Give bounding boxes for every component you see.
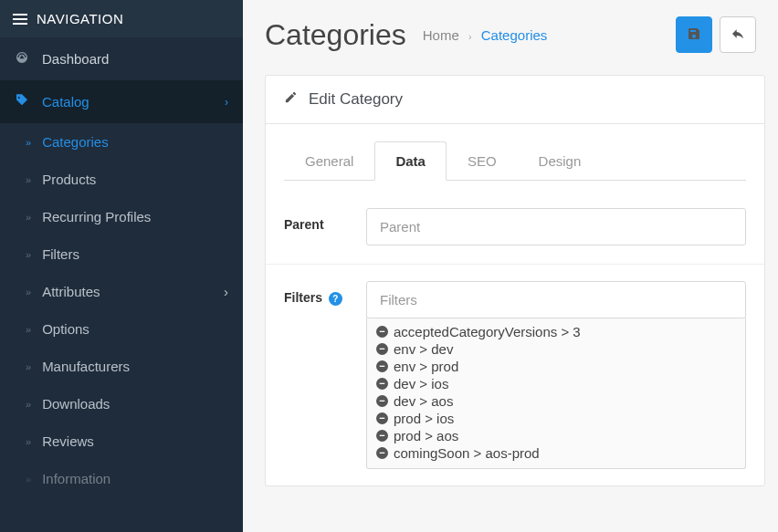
sidebar-subitem-label: Filters <box>42 246 79 262</box>
sidebar: NAVIGATION Dashboard Catalog › » Categor… <box>0 0 243 532</box>
filter-tag[interactable]: −env > dev <box>374 340 741 358</box>
dashboard-icon <box>15 50 29 68</box>
parent-row: Parent <box>284 208 746 245</box>
sidebar-subitem-categories[interactable]: » Categories <box>0 123 243 161</box>
double-chevron-icon: » <box>26 287 31 297</box>
sidebar-subitem-label: Options <box>42 321 89 337</box>
double-chevron-icon: » <box>26 399 31 410</box>
catalog-sublist: » Categories » Products » Recurring Prof… <box>0 123 243 497</box>
minus-circle-icon: − <box>376 378 388 390</box>
filter-tag[interactable]: −dev > aos <box>374 392 741 410</box>
minus-circle-icon: − <box>376 395 388 407</box>
sidebar-item-dashboard[interactable]: Dashboard <box>0 37 243 80</box>
save-icon <box>687 26 701 44</box>
row-separator <box>266 264 764 265</box>
double-chevron-icon: » <box>26 174 31 185</box>
sidebar-item-label: Dashboard <box>42 51 109 67</box>
header-actions <box>676 16 756 53</box>
back-button[interactable] <box>720 16 756 53</box>
sidebar-subitem-manufacturers[interactable]: » Manufacturers <box>0 348 243 385</box>
tag-icon <box>15 93 29 110</box>
breadcrumb-home[interactable]: Home <box>423 27 459 43</box>
hamburger-icon[interactable] <box>13 14 27 25</box>
filters-row: Filters ? −acceptedCategoryVersions > 3 … <box>284 281 746 469</box>
minus-circle-icon: − <box>376 343 388 355</box>
filter-tag[interactable]: −comingSoon > aos-prod <box>374 444 741 462</box>
breadcrumb-current[interactable]: Categories <box>481 27 548 43</box>
minus-circle-icon: − <box>376 447 388 459</box>
filter-tag[interactable]: −dev > ios <box>374 375 741 392</box>
sidebar-subitem-recurring-profiles[interactable]: » Recurring Profiles <box>0 198 243 235</box>
sidebar-subitem-reviews[interactable]: » Reviews <box>0 422 243 460</box>
edit-category-panel: Edit Category General Data SEO Design Pa… <box>265 75 765 486</box>
tab-design[interactable]: Design <box>518 141 603 181</box>
minus-circle-icon: − <box>376 430 388 442</box>
reply-icon <box>731 26 745 44</box>
sidebar-subitem-label: Products <box>42 172 96 187</box>
tab-general[interactable]: General <box>284 141 374 181</box>
filters-input[interactable] <box>366 281 746 318</box>
nav-header-label: NAVIGATION <box>37 11 123 26</box>
nav-header: NAVIGATION <box>0 0 243 37</box>
breadcrumb: Home › Categories <box>423 27 548 43</box>
minus-circle-icon: − <box>376 360 388 372</box>
sidebar-subitem-label: Recurring Profiles <box>42 209 151 224</box>
sidebar-subitem-label: Categories <box>42 134 109 150</box>
sidebar-subitem-label: Attributes <box>42 284 100 299</box>
page-title: Categories <box>265 18 406 52</box>
help-icon[interactable]: ? <box>329 292 342 306</box>
sidebar-item-label: Catalog <box>42 94 89 110</box>
filter-tag[interactable]: −acceptedCategoryVersions > 3 <box>374 323 741 340</box>
pencil-icon <box>284 90 298 109</box>
save-button[interactable] <box>676 16 712 53</box>
breadcrumb-separator: › <box>468 31 472 42</box>
double-chevron-icon: » <box>26 361 31 372</box>
filter-tag[interactable]: −prod > aos <box>374 427 741 444</box>
filters-well[interactable]: −acceptedCategoryVersions > 3 −env > dev… <box>366 318 746 469</box>
double-chevron-icon: » <box>26 474 31 485</box>
page-header: Categories Home › Categories <box>243 0 778 69</box>
minus-circle-icon: − <box>376 412 388 424</box>
panel-header: Edit Category <box>266 76 764 124</box>
sidebar-subitem-options[interactable]: » Options <box>0 310 243 348</box>
minus-circle-icon: − <box>376 326 388 338</box>
parent-input[interactable] <box>366 208 746 245</box>
filter-tag[interactable]: −prod > ios <box>374 410 741 427</box>
sidebar-subitem-information[interactable]: » Information <box>0 460 243 497</box>
double-chevron-icon: » <box>26 436 31 447</box>
sidebar-subitem-downloads[interactable]: » Downloads <box>0 385 243 422</box>
double-chevron-icon: » <box>26 324 31 335</box>
tabs: General Data SEO Design <box>284 141 746 181</box>
chevron-right-icon: › <box>225 96 228 109</box>
double-chevron-icon: » <box>26 137 31 148</box>
sidebar-item-catalog[interactable]: Catalog › <box>0 80 243 123</box>
chevron-right-icon: › <box>224 284 228 299</box>
sidebar-subitem-label: Downloads <box>42 396 110 412</box>
sidebar-subitem-label: Reviews <box>42 433 94 449</box>
tab-data[interactable]: Data <box>374 141 447 181</box>
sidebar-subitem-attributes[interactable]: » Attributes › <box>0 273 243 310</box>
sidebar-subitem-products[interactable]: » Products <box>0 161 243 198</box>
parent-label: Parent <box>284 208 366 232</box>
double-chevron-icon: » <box>26 249 31 260</box>
sidebar-subitem-label: Information <box>42 471 110 486</box>
panel-body: General Data SEO Design Parent Filters ? <box>266 124 764 485</box>
panel-title: Edit Category <box>309 90 403 109</box>
filter-tag[interactable]: −env > prod <box>374 358 741 375</box>
filters-label: Filters ? <box>284 281 366 306</box>
sidebar-subitem-label: Manufacturers <box>42 359 130 374</box>
double-chevron-icon: » <box>26 212 31 223</box>
nav-list: Dashboard Catalog › <box>0 37 243 123</box>
main-content: Categories Home › Categories <box>243 0 778 532</box>
sidebar-subitem-filters[interactable]: » Filters <box>0 235 243 273</box>
tab-seo[interactable]: SEO <box>447 141 518 181</box>
